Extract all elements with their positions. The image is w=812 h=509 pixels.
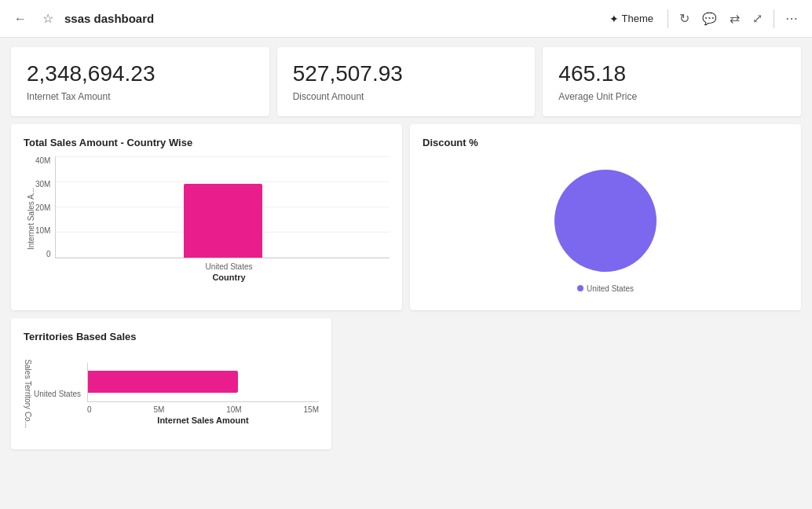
kpi-row: 2,348,694.23 Internet Tax Amount 527,507… <box>11 47 801 116</box>
theme-label: Theme <box>622 13 653 24</box>
ytick-20m: 20M <box>35 203 50 212</box>
pie-circle <box>554 170 657 272</box>
kpi-card-price: 465.18 Average Unit Price <box>543 47 801 116</box>
gridline <box>56 181 390 182</box>
pie-legend: United States <box>577 284 634 293</box>
kpi-tax-value: 2,348,694.23 <box>27 61 254 86</box>
discount-chart-card: Discount % United States <box>410 124 801 310</box>
kpi-tax-label: Internet Tax Amount <box>27 91 254 102</box>
empty-right <box>339 318 801 449</box>
pie-legend-label: United States <box>587 284 634 293</box>
back-button[interactable]: ← <box>9 7 31 31</box>
territories-chart: Sales Territory Co... United States 0 5M… <box>24 350 319 437</box>
page-title: ssas dashboard <box>64 12 154 25</box>
territories-xlabel: Internet Sales Amount <box>87 416 319 425</box>
gridline <box>56 156 390 157</box>
territory-label-us: United States <box>32 390 81 398</box>
refresh-button[interactable]: ↻ <box>675 6 694 31</box>
kpi-card-tax: 2,348,694.23 Internet Tax Amount <box>11 47 269 116</box>
total-sales-chart-card: Total Sales Amount - Country Wise Intern… <box>11 124 402 310</box>
total-sales-plot <box>55 156 390 258</box>
total-sales-bar-chart: Internet Sales A... 40M 30M 20M 10M 0 <box>24 156 390 282</box>
pie-chart-svg <box>547 162 664 280</box>
total-sales-title: Total Sales Amount - Country Wise <box>24 137 390 148</box>
back-icon: ← <box>14 12 27 26</box>
kpi-discount-label: Discount Amount <box>293 91 520 102</box>
share-icon: ⇄ <box>730 11 740 26</box>
star-icon: ☆ <box>42 11 53 26</box>
territories-row: Territories Based Sales Sales Territory … <box>11 318 801 449</box>
ytick-0: 0 <box>46 250 51 258</box>
more-button[interactable]: ⋯ <box>781 6 803 31</box>
kpi-price-label: Average Unit Price <box>558 91 785 102</box>
kpi-price-value: 465.18 <box>558 61 785 86</box>
territories-yaxis-label: Sales Territory Co... <box>24 350 32 437</box>
sun-icon: ✦ <box>609 13 619 25</box>
more-icon: ⋯ <box>785 11 798 26</box>
bar-wrapper <box>56 184 390 258</box>
bar-x-label: United States <box>68 262 390 271</box>
territories-title: Territories Based Sales <box>24 331 319 342</box>
discount-title: Discount % <box>422 137 788 148</box>
refresh-icon: ↻ <box>679 11 689 26</box>
charts-row: Total Sales Amount - Country Wise Intern… <box>11 124 801 310</box>
xtick-5m: 5M <box>153 405 164 414</box>
territories-ylabel: United States <box>32 350 87 437</box>
horiz-plot-area <box>87 363 319 402</box>
ytick-10m: 10M <box>35 226 50 235</box>
divider <box>668 9 668 28</box>
comment-icon: 💬 <box>702 12 717 26</box>
kpi-card-discount: 527,507.93 Discount Amount <box>277 47 536 116</box>
expand-button[interactable]: ⤢ <box>748 6 767 31</box>
territory-card: Territories Based Sales Sales Territory … <box>11 318 331 449</box>
share-button[interactable]: ⇄ <box>725 6 744 31</box>
ytick-40m: 40M <box>35 156 50 165</box>
favorite-button[interactable]: ☆ <box>38 6 58 31</box>
bar-us <box>184 184 262 258</box>
topbar: ← ☆ ssas dashboard ✦ Theme ↻ 💬 ⇄ ⤢ ⋯ <box>0 0 812 38</box>
total-sales-xlabel: Country <box>68 273 390 282</box>
xtick-0: 0 <box>87 405 92 414</box>
ytick-30m: 30M <box>35 180 50 189</box>
main-content: 2,348,694.23 Internet Tax Amount 527,507… <box>0 38 812 509</box>
topbar-left: ← ☆ ssas dashboard <box>9 6 595 31</box>
topbar-right: ✦ Theme ↻ 💬 ⇄ ⤢ ⋯ <box>602 6 803 31</box>
pie-legend-dot <box>577 285 583 291</box>
xtick-15m: 15M <box>304 405 319 414</box>
divider2 <box>774 9 774 28</box>
total-sales-yaxis-label: Internet Sales A... <box>24 156 35 282</box>
horiz-xaxis: 0 5M 10M 15M <box>87 405 319 414</box>
comment-button[interactable]: 💬 <box>697 7 722 31</box>
kpi-discount-value: 527,507.93 <box>293 61 520 86</box>
xtick-10m: 10M <box>226 405 241 414</box>
pie-chart-container: United States <box>422 156 788 298</box>
theme-button[interactable]: ✦ Theme <box>602 8 661 30</box>
territories-plot: 0 5M 10M 15M Internet Sales Amount <box>87 350 319 437</box>
horiz-bar-us <box>88 371 238 393</box>
expand-icon: ⤢ <box>752 11 763 26</box>
